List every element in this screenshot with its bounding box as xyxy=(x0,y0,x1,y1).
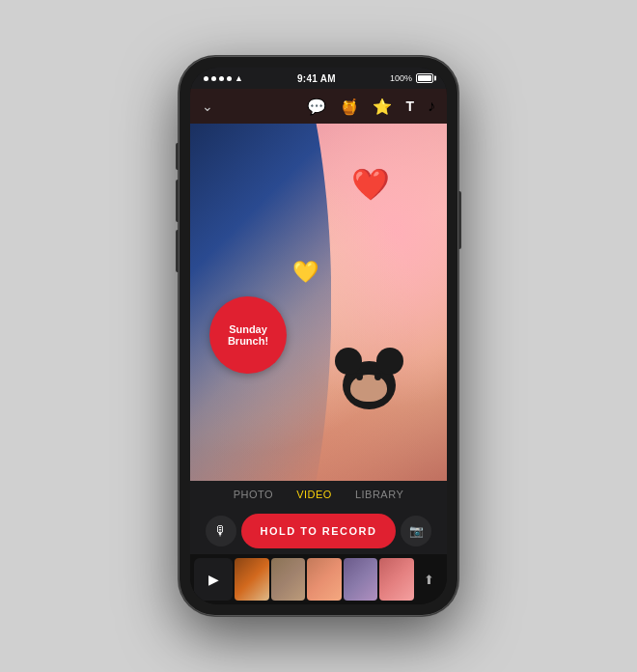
thumbnail-1[interactable] xyxy=(235,558,269,601)
tab-video[interactable]: VIDEO xyxy=(296,489,332,500)
microphone-button[interactable]: 🎙 xyxy=(206,516,236,546)
status-bar: ▲ 9:41 AM 100% xyxy=(190,68,447,89)
chevron-down-icon[interactable]: ⌄ xyxy=(202,98,213,114)
dot-4 xyxy=(227,76,232,81)
hold-to-record-button[interactable]: HOLD TO RECORD xyxy=(241,514,396,548)
play-button[interactable]: ▶ xyxy=(194,558,233,601)
thumbnail-3[interactable] xyxy=(307,558,342,601)
share-icon: ⬆ xyxy=(424,573,434,587)
status-right: 100% xyxy=(390,73,433,83)
record-controls: 🎙 HOLD TO RECORD 📷 xyxy=(190,508,447,554)
mickey-eye-right xyxy=(374,373,381,380)
battery-fill xyxy=(418,75,431,81)
dot-3 xyxy=(219,76,224,81)
mickey-head xyxy=(343,361,396,409)
mickey-eye-left xyxy=(356,373,363,380)
sticker-text: Sunday Brunch! xyxy=(228,323,268,347)
sticker-icon[interactable]: 🍯 xyxy=(340,98,359,116)
dot-2 xyxy=(211,76,216,81)
mickey-sticker xyxy=(343,346,396,409)
share-button[interactable]: ⬆ xyxy=(416,558,443,601)
mute-button xyxy=(176,143,179,170)
phone-screen: ▲ 9:41 AM 100% ⌄ 💬 🍯 ⭐ T ♪ xyxy=(190,68,447,604)
wifi-icon: ▲ xyxy=(235,73,243,83)
text-icon[interactable]: T xyxy=(405,98,414,114)
mickey-eyes xyxy=(356,373,381,380)
message-icon[interactable]: 💬 xyxy=(307,98,326,116)
thumbnail-5[interactable] xyxy=(379,558,414,601)
thumbnail-4[interactable] xyxy=(344,558,378,601)
music-icon[interactable]: ♪ xyxy=(428,98,435,115)
battery-icon xyxy=(416,73,433,83)
dot-1 xyxy=(204,76,208,81)
record-button-label: HOLD TO RECORD xyxy=(260,525,376,537)
heart-red-sticker: ❤️ xyxy=(351,166,390,203)
thumbnail-strip: ▶ ⬆ xyxy=(190,554,447,604)
status-time: 9:41 AM xyxy=(297,73,336,84)
signal-dots: ▲ xyxy=(204,73,243,83)
camera-mode-tabs: PHOTO VIDEO LIBRARY xyxy=(190,481,447,508)
play-icon: ▶ xyxy=(208,572,219,587)
camera-viewfinder: ❤️ 💛 Sunday Brunch! xyxy=(190,124,447,481)
volume-up-button xyxy=(176,180,179,222)
star-icon[interactable]: ⭐ xyxy=(373,98,392,116)
heart-yellow-sticker: 💛 xyxy=(292,260,318,285)
app-toolbar: ⌄ 💬 🍯 ⭐ T ♪ xyxy=(190,89,447,124)
power-button xyxy=(458,191,461,249)
sunday-brunch-sticker: Sunday Brunch! xyxy=(209,296,287,374)
toolbar-icons: 💬 🍯 ⭐ T ♪ xyxy=(307,98,435,116)
mic-icon: 🎙 xyxy=(214,523,228,539)
battery-percent: 100% xyxy=(390,73,412,83)
camera-icon: 📷 xyxy=(409,524,424,538)
camera-flip-button[interactable]: 📷 xyxy=(401,516,431,546)
tab-library[interactable]: LIBRARY xyxy=(355,489,403,500)
phone-frame: ▲ 9:41 AM 100% ⌄ 💬 🍯 ⭐ T ♪ xyxy=(179,56,458,616)
tab-photo[interactable]: PHOTO xyxy=(234,489,273,500)
thumbnail-2[interactable] xyxy=(271,558,306,601)
volume-down-button xyxy=(176,230,179,272)
